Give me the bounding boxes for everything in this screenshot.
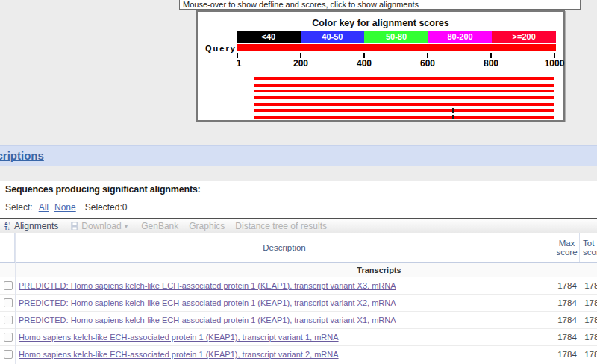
select-label: Select: xyxy=(5,202,33,213)
select-none-link[interactable]: None xyxy=(54,202,76,213)
max-score-value: 1784 xyxy=(554,333,580,342)
table-header-row: Description Max score Tot score xyxy=(0,233,597,263)
hit-bar[interactable] xyxy=(254,103,554,106)
hit-bar[interactable] xyxy=(254,96,554,99)
descriptions-section-bar: Descriptions xyxy=(0,145,597,166)
table-row: Homo sapiens kelch-like ECH-associated p… xyxy=(0,329,597,346)
header-max-score[interactable]: Max score xyxy=(554,233,580,262)
alignment-hit-bars xyxy=(254,77,554,120)
tot-score-value: 1784 xyxy=(580,333,597,342)
query-bar xyxy=(237,44,556,51)
axis-tick xyxy=(427,53,428,58)
header-tot-score[interactable]: Tot score xyxy=(580,233,597,262)
floppy-disk-icon xyxy=(70,222,79,230)
max-score-value: 1784 xyxy=(554,350,580,359)
alignments-table: Description Max score Tot score Transcri… xyxy=(0,233,597,363)
descriptions-section-link[interactable]: Descriptions xyxy=(0,146,44,166)
axis-tick xyxy=(490,53,492,58)
table-row: Homo sapiens kelch-like ECH-associated p… xyxy=(0,346,597,363)
color-key-bar: <40 40-50 50-80 80-200 >=200 xyxy=(237,31,556,43)
group-label-transcripts: Transcripts xyxy=(0,263,597,277)
table-row: PREDICTED: Homo sapiens kelch-like ECH-a… xyxy=(0,295,597,312)
tot-score-value: 1784 xyxy=(580,350,597,359)
max-score-value: 1784 xyxy=(554,281,580,290)
sequence-link[interactable]: PREDICTED: Homo sapiens kelch-like ECH-a… xyxy=(19,281,396,290)
hit-bar[interactable] xyxy=(254,90,554,92)
hit-gap-mark xyxy=(452,115,454,119)
select-controls: Select:AllNoneSelected:0 xyxy=(5,202,127,213)
row-checkbox[interactable] xyxy=(4,281,13,290)
tot-score-value: 1784 xyxy=(580,298,597,307)
axis-tick xyxy=(554,53,555,58)
axis-tick-label: 200 xyxy=(293,58,308,69)
max-score-value: 1784 xyxy=(554,298,580,307)
axis-tick-label: 1000 xyxy=(545,58,565,69)
color-key-segment-lt40: <40 xyxy=(237,31,301,43)
axis-tick xyxy=(363,53,365,58)
axis-tick-label: 800 xyxy=(484,58,498,69)
color-key-segment-80-200: 80-200 xyxy=(428,31,493,43)
alignments-sort-icon: A↑ T↓ xyxy=(4,222,10,230)
axis-tick-label: 400 xyxy=(357,58,372,69)
toolbar-graphics-button[interactable]: Graphics xyxy=(189,221,225,231)
tot-score-value: 1784 xyxy=(580,316,597,324)
significant-alignments-heading: Sequences producing significant alignmen… xyxy=(5,184,201,195)
row-checkbox[interactable] xyxy=(4,350,13,359)
color-key-segment-40-50: 40-50 xyxy=(301,31,365,43)
sequence-link[interactable]: PREDICTED: Homo sapiens kelch-like ECH-a… xyxy=(19,316,396,324)
sequence-link[interactable]: Homo sapiens kelch-like ECH-associated p… xyxy=(19,333,339,342)
row-checkbox[interactable] xyxy=(4,316,13,324)
axis-tick xyxy=(300,53,301,58)
tot-score-value: 1784 xyxy=(580,281,597,290)
graphic-hint-bar: Mouse-over to show defline and scores, c… xyxy=(179,0,581,10)
row-checkbox[interactable] xyxy=(4,298,13,307)
select-all-link[interactable]: All xyxy=(39,202,49,213)
axis-tick-label: 1 xyxy=(237,58,242,69)
hit-bar[interactable] xyxy=(254,84,554,87)
hit-gap-mark xyxy=(452,108,454,113)
color-key-segment-50-80: 50-80 xyxy=(364,31,428,43)
page-background-band xyxy=(0,166,597,181)
row-checkbox[interactable] xyxy=(4,333,13,342)
toolbar-alignments-button[interactable]: Alignments xyxy=(14,221,58,231)
header-checkbox-column xyxy=(0,233,15,262)
sequence-link[interactable]: PREDICTED: Homo sapiens kelch-like ECH-a… xyxy=(19,298,396,307)
toolbar-distance-tree-button[interactable]: Distance tree of results xyxy=(235,221,327,231)
alignment-graphic-overview: Color key for alignment scores <40 40-50… xyxy=(196,10,565,122)
sequence-link[interactable]: Homo sapiens kelch-like ECH-associated p… xyxy=(19,350,339,359)
results-toolbar: A↑ T↓ Alignments Download ▾ GenBank Grap… xyxy=(0,218,597,233)
query-label: Query xyxy=(205,44,237,53)
hit-bar[interactable] xyxy=(254,109,554,112)
toolbar-genbank-button[interactable]: GenBank xyxy=(141,221,178,231)
table-row: PREDICTED: Homo sapiens kelch-like ECH-a… xyxy=(0,312,597,329)
axis-tick-label: 600 xyxy=(420,58,435,69)
color-key-title: Color key for alignment scores xyxy=(198,18,563,28)
graphic-hint-text: Mouse-over to show defline and scores, c… xyxy=(183,0,419,9)
color-key-segment-ge200: >=200 xyxy=(492,31,556,43)
toolbar-download-button[interactable]: Download ▾ xyxy=(70,221,128,231)
hit-bar[interactable] xyxy=(254,116,554,119)
header-description[interactable]: Description xyxy=(15,233,554,262)
max-score-value: 1784 xyxy=(554,316,580,324)
selected-count: Selected:0 xyxy=(85,202,128,213)
chevron-down-icon: ▾ xyxy=(125,222,128,230)
hit-bar[interactable] xyxy=(254,77,554,80)
checkbox-column-divider xyxy=(15,233,16,364)
axis-tick xyxy=(237,53,238,58)
table-row: PREDICTED: Homo sapiens kelch-like ECH-a… xyxy=(0,277,597,295)
